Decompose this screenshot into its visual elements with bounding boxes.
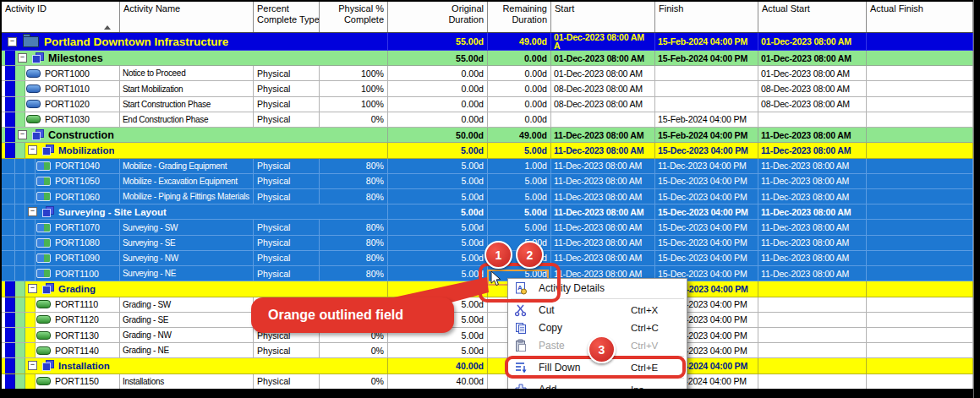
cell-activity-name[interactable]: Surveying - NE (120, 266, 254, 281)
cell-percent-complete-type[interactable]: Physical (254, 174, 320, 189)
cell-actual-start[interactable] (758, 281, 867, 297)
cell-original-duration[interactable]: 5.00d (388, 159, 488, 174)
table-row-port1010[interactable]: PORT1010Start MobilizationPhysical100%0.… (2, 81, 973, 96)
collapse-toggle-icon[interactable]: − (28, 284, 37, 293)
cell-original-duration[interactable]: 5.00d (388, 236, 488, 251)
cell-original-duration[interactable]: 5.00d (388, 143, 488, 158)
cell-activity-name[interactable]: Grading - NW (120, 328, 254, 343)
cell-physical-pct-complete[interactable]: 80% (320, 236, 388, 251)
cell-actual-finish[interactable] (867, 51, 973, 66)
menu-item-copy[interactable]: CopyCtrl+C (508, 319, 687, 336)
cell-activity-name[interactable]: Notice to Proceed (120, 66, 254, 81)
cell-actual-start[interactable]: 11-Dec-2023 08:00 AM (758, 128, 867, 143)
cell-activity-name[interactable]: Mobilize - Excavation Equipment (120, 174, 254, 189)
cell-finish[interactable] (655, 81, 758, 96)
cell-physical-pct-complete[interactable]: 100% (320, 81, 388, 96)
cell-original-duration[interactable]: 5.00d (388, 174, 488, 189)
cell-activity-id[interactable]: PORT1030 (2, 112, 120, 128)
cell-original-duration[interactable]: 55.00d (388, 51, 488, 66)
cell-actual-start[interactable] (758, 328, 867, 343)
collapse-toggle-icon[interactable]: − (18, 130, 27, 139)
cell-actual-start[interactable] (758, 297, 867, 313)
table-row-port1050[interactable]: PORT1050Mobilize - Excavation EquipmentP… (2, 174, 973, 189)
cell-actual-start[interactable] (758, 358, 867, 373)
cell-activity-id[interactable]: PORT1090 (2, 251, 120, 266)
cell-original-duration[interactable]: 0.00d (388, 112, 488, 128)
cell-finish[interactable]: 15-Feb-2024 04:00 PM (655, 51, 758, 66)
cell-finish[interactable]: 11-Dec-2023 04:00 PM (655, 159, 758, 174)
cell-start[interactable]: 11-Dec-2023 08:00 AM (551, 143, 655, 158)
cell-physical-pct-complete[interactable]: 80% (320, 189, 388, 204)
cell-activity-id[interactable]: PORT1120 (2, 313, 120, 328)
cell-activity-id[interactable]: PORT1140 (2, 343, 120, 358)
column-header-activity-id[interactable]: Activity ID (2, 2, 120, 32)
cell-percent-complete-type[interactable]: Physical (254, 236, 320, 251)
cell-actual-start[interactable]: 11-Dec-2023 08:00 AM (758, 174, 867, 189)
cell-actual-start[interactable] (758, 374, 867, 389)
cell-actual-start[interactable] (758, 112, 867, 128)
cell-actual-finish[interactable] (867, 358, 973, 373)
collapse-toggle-icon[interactable]: − (28, 207, 37, 216)
cell-group-label[interactable]: −Construction (2, 128, 388, 143)
cell-remaining-duration[interactable]: 5.00d (488, 174, 551, 189)
cell-actual-finish[interactable] (867, 159, 973, 174)
cell-start[interactable] (551, 112, 655, 128)
cell-start[interactable]: 08-Dec-2023 08:00 AM (551, 81, 655, 96)
cell-activity-id[interactable]: PORT1130 (2, 328, 120, 343)
cell-actual-finish[interactable] (867, 81, 973, 96)
cell-actual-finish[interactable] (867, 174, 973, 189)
cell-remaining-duration[interactable]: 5.00d (488, 189, 551, 204)
cell-percent-complete-type[interactable]: Physical (254, 189, 320, 204)
cell-original-duration[interactable]: 0.00d (388, 97, 488, 112)
cell-start[interactable]: 01-Dec-2023 08:00 AM (551, 66, 655, 81)
table-row-port1020[interactable]: PORT1020Start Construction PhasePhysical… (2, 97, 973, 112)
cell-start[interactable]: 01-Dec-2023 08:00 AMA (551, 33, 655, 51)
cell-actual-start[interactable]: 11-Dec-2023 08:00 AM (758, 236, 867, 251)
cell-remaining-duration[interactable]: 0.00d (488, 81, 551, 96)
cell-remaining-duration[interactable]: 5.00d (488, 220, 551, 235)
cell-actual-start[interactable]: 11-Dec-2023 08:00 AM (758, 251, 867, 266)
cell-actual-finish[interactable] (867, 112, 973, 128)
cell-activity-name[interactable]: Start Construction Phase (120, 97, 254, 112)
table-row-port1150[interactable]: PORT1150InstallationsPhysical0%40.00d15-… (2, 374, 973, 389)
table-row-surveying-site-layout[interactable]: −Surveying - Site Layout5.00d5.00d11-Dec… (2, 204, 973, 220)
cell-percent-complete-type[interactable]: Physical (254, 112, 320, 128)
cell-start[interactable]: 11-Dec-2023 08:00 AM (551, 159, 655, 174)
cell-finish[interactable]: 15-Feb-2024 04:00 PM (655, 112, 758, 128)
cell-activity-name[interactable]: End Construction Phase (120, 112, 254, 128)
column-header-finish[interactable]: Finish (655, 2, 758, 32)
cell-actual-finish[interactable] (867, 343, 973, 358)
cell-activity-id[interactable]: PORT1000 (2, 66, 120, 81)
collapse-toggle-icon[interactable]: − (18, 53, 27, 63)
table-row-mobilization[interactable]: −Mobilization5.00d5.00d11-Dec-2023 08:00… (2, 143, 973, 158)
cell-actual-finish[interactable] (867, 236, 973, 251)
cell-actual-finish[interactable] (867, 189, 973, 204)
cell-original-duration[interactable]: 5.00d (388, 220, 488, 235)
cell-activity-name[interactable]: Grading - SW (120, 297, 254, 313)
cell-percent-complete-type[interactable]: Physical (254, 374, 320, 389)
cell-group-label[interactable]: −Mobilization (2, 143, 388, 158)
cell-actual-finish[interactable] (867, 266, 973, 281)
cell-activity-name[interactable]: Mobilize - Grading Equipment (120, 159, 254, 174)
cell-percent-complete-type[interactable]: Physical (254, 220, 320, 235)
cell-physical-pct-complete[interactable]: 0% (320, 112, 388, 128)
cell-physical-pct-complete[interactable]: 80% (320, 159, 388, 174)
cell-physical-pct-complete[interactable]: 100% (320, 66, 388, 81)
cell-activity-name[interactable]: Surveying - NW (120, 251, 254, 266)
cell-physical-pct-complete[interactable]: 0% (320, 374, 388, 389)
cell-actual-finish[interactable] (867, 374, 973, 389)
collapse-toggle-icon[interactable]: − (28, 361, 37, 370)
cell-activity-id[interactable]: PORT1100 (2, 266, 120, 281)
cell-original-duration[interactable]: 40.00d (388, 374, 488, 389)
table-row-installation[interactable]: −Installation40.00d15-Feb-2024 04:00 PM (2, 358, 973, 373)
cell-remaining-duration[interactable]: 49.00d (488, 33, 551, 51)
cell-activity-id[interactable]: PORT1050 (2, 174, 120, 189)
cell-group-label[interactable]: −Grading (2, 281, 388, 297)
cell-remaining-duration[interactable]: 5.00d (488, 143, 551, 158)
cell-actual-finish[interactable] (867, 204, 973, 220)
cell-activity-id[interactable]: PORT1020 (2, 97, 120, 112)
column-header-physical-pct-complete[interactable]: Physical %Complete (320, 2, 388, 32)
cell-original-duration[interactable]: 40.00d (388, 358, 488, 373)
cell-actual-start[interactable] (758, 343, 867, 358)
cell-remaining-duration[interactable]: 0.00d (488, 97, 551, 112)
